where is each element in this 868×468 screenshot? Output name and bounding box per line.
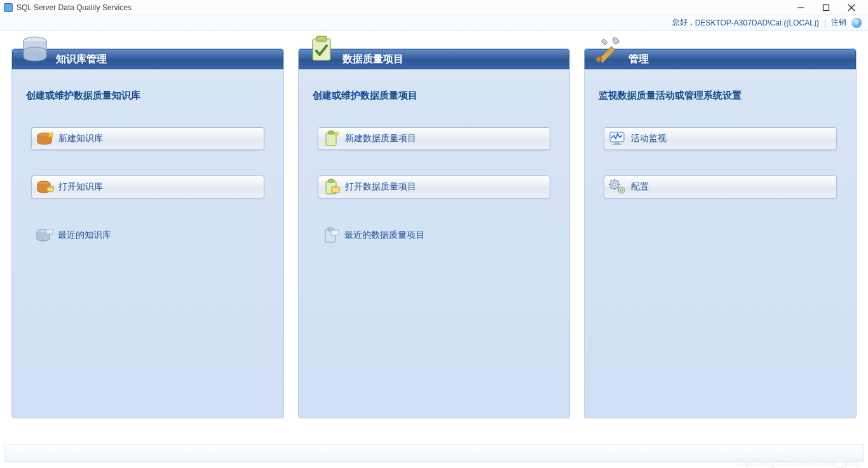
database-recent-icon	[31, 227, 58, 244]
svg-point-36	[621, 189, 623, 191]
watermark: https://blog.csdn.net/Slovenia_groot	[738, 459, 859, 468]
monitor-activity-icon	[604, 130, 631, 147]
database-open-icon	[32, 179, 58, 195]
window-title: SQL Server Data Quality Services	[17, 3, 132, 12]
user-label: DESKTOP-A307DAD\Cat ((LOCAL))	[695, 18, 819, 27]
recent-dq-item: 最近的数据质量项目	[318, 224, 551, 247]
database-new-icon	[32, 130, 58, 147]
app-icon	[4, 3, 13, 12]
card-description: 创建或维护数据质量项目	[299, 78, 570, 127]
configuration-button[interactable]: 配置	[604, 176, 837, 198]
open-dq-label: 打开数据质量项目	[345, 181, 416, 193]
svg-rect-17	[332, 187, 339, 193]
new-dq-label: 新建数据质量项目	[345, 133, 416, 144]
svg-rect-10	[46, 230, 53, 234]
activity-monitor-label: 活动监视	[631, 133, 667, 144]
configuration-label: 配置	[631, 181, 649, 193]
svg-rect-23	[614, 142, 620, 144]
card-data-quality-project: 数据质量项目 创建或维护数据质量项目 新建数据质量项目	[298, 48, 571, 418]
recent-dq-label: 最近的数据质量项目	[344, 230, 424, 241]
activity-monitor-button[interactable]: 活动监视	[604, 127, 837, 150]
svg-rect-16	[329, 179, 334, 182]
svg-rect-12	[316, 36, 327, 41]
svg-line-32	[618, 187, 619, 188]
status-bar	[4, 444, 864, 462]
svg-point-26	[613, 183, 616, 186]
maximize-button[interactable]	[813, 1, 839, 14]
card-title: 管理	[585, 49, 856, 69]
card-title: 数据质量项目	[299, 49, 570, 69]
recent-kb-label: 最近的知识库	[58, 230, 111, 241]
svg-rect-20	[331, 230, 339, 235]
gears-icon	[604, 178, 631, 196]
titlebar: SQL Server Data Quality Services	[0, 0, 868, 15]
card-description: 创建或维护数据质量知识库	[12, 78, 283, 127]
svg-rect-1	[824, 4, 829, 10]
open-dq-project-button[interactable]: 打开数据质量项目	[318, 176, 551, 198]
clipboard-open-icon	[318, 178, 345, 196]
svg-line-31	[611, 181, 612, 182]
main-area: 知识库管理 创建或维护数据质量知识库 新建知识库	[0, 31, 868, 418]
database-stack-icon	[20, 34, 50, 64]
card-description: 监视数据质量活动或管理系统设置	[585, 78, 856, 127]
card-admin: 管理 监视数据质量活动或管理系统设置 活动监视	[584, 48, 857, 418]
card-knowledge-base: 知识库管理 创建或维护数据质量知识库 新建知识库	[11, 48, 284, 418]
svg-line-33	[611, 187, 612, 188]
close-button[interactable]	[839, 1, 864, 14]
open-kb-label: 打开知识库	[58, 181, 103, 193]
svg-rect-8	[47, 186, 53, 191]
help-icon[interactable]: ?	[851, 18, 862, 28]
svg-rect-24	[613, 144, 621, 145]
clipboard-recent-icon	[318, 226, 344, 244]
new-kb-button[interactable]: 新建知识库	[31, 127, 264, 150]
new-kb-label: 新建知识库	[58, 133, 103, 144]
minimize-button[interactable]	[788, 1, 813, 14]
clipboard-new-icon	[318, 130, 345, 148]
new-dq-project-button[interactable]: 新建数据质量项目	[318, 127, 551, 150]
recent-kb-item: 最近的知识库	[31, 224, 264, 247]
greeting-prefix: 您好，	[672, 17, 695, 28]
subheader: 您好， DESKTOP-A307DAD\Cat ((LOCAL)) | 注销 ?	[0, 15, 868, 31]
open-kb-button[interactable]: 打开知识库	[31, 176, 264, 198]
svg-line-34	[618, 181, 619, 182]
svg-rect-11	[313, 39, 330, 60]
tools-icon	[592, 34, 623, 64]
card-title: 知识库管理	[12, 49, 283, 69]
svg-rect-14	[329, 131, 334, 134]
clipboard-check-icon	[306, 34, 337, 64]
separator: |	[824, 18, 826, 27]
logout-link[interactable]: 注销	[831, 17, 846, 28]
